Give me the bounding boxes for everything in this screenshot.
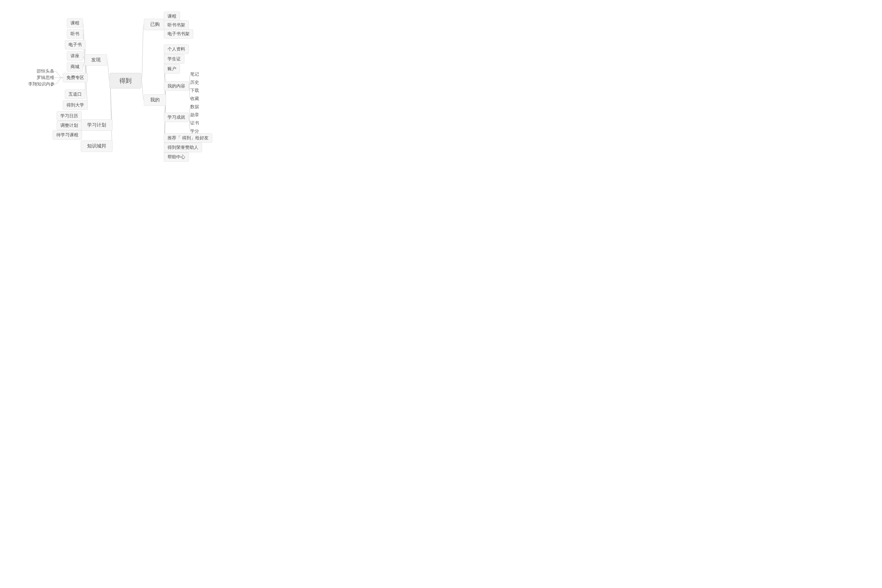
leaf-listen-left[interactable]: 听书 — [67, 29, 83, 39]
mindmap-canvas: 得到 发现 课程 听书 电子书 讲座 商城 免费专区 五道口 得到大学 邵恒头条… — [0, 0, 441, 294]
leaf-listen-shelf[interactable]: 听书书架 — [164, 20, 189, 30]
leaf-credit[interactable]: 学分 — [190, 128, 199, 135]
leaf-favorite[interactable]: 收藏 — [190, 95, 199, 102]
branch-city[interactable]: 知识城邦 — [81, 140, 112, 152]
branch-purchased[interactable]: 已购 — [144, 19, 166, 30]
leaf-pending[interactable]: 待学习课程 — [52, 130, 82, 140]
leaf-lixiang[interactable]: 李翔知识内参 — [28, 81, 55, 87]
leaf-download[interactable]: 下载 — [190, 87, 199, 94]
leaf-help[interactable]: 帮助中心 — [164, 152, 189, 162]
leaf-course-right[interactable]: 课程 — [164, 12, 180, 21]
branch-study-plan[interactable]: 学习计划 — [81, 119, 112, 131]
leaf-dedao-univ[interactable]: 得到大学 — [63, 100, 88, 110]
branch-achievement[interactable]: 学习成就 — [164, 112, 189, 122]
leaf-medal[interactable]: 勋章 — [190, 112, 199, 118]
leaf-mall-left[interactable]: 商城 — [67, 62, 83, 72]
branch-free-zone[interactable]: 免费专区 — [63, 73, 88, 82]
leaf-profile[interactable]: 个人资料 — [164, 44, 189, 54]
leaf-wudaokou[interactable]: 五道口 — [65, 90, 86, 99]
leaf-cert[interactable]: 证书 — [190, 120, 199, 126]
leaf-adjust[interactable]: 调整计划 — [57, 121, 82, 130]
leaf-history[interactable]: 历史 — [190, 79, 199, 86]
branch-mine[interactable]: 我的 — [144, 94, 166, 106]
leaf-recommend[interactable]: 推荐「 得到」给好友 — [164, 133, 212, 143]
leaf-luoji[interactable]: 罗辑思维 — [37, 74, 54, 81]
branch-discover[interactable]: 发现 — [85, 54, 107, 66]
root-node[interactable]: 得到 — [110, 73, 141, 88]
branch-my-content[interactable]: 我的内容 — [164, 81, 189, 91]
leaf-data[interactable]: 数据 — [190, 104, 199, 110]
leaf-ebook-shelf[interactable]: 电子书书架 — [164, 29, 193, 39]
leaf-calendar[interactable]: 学习日历 — [57, 111, 82, 121]
leaf-student-id[interactable]: 学生证 — [164, 54, 184, 64]
leaf-lecture-left[interactable]: 讲座 — [67, 51, 83, 61]
leaf-shaoheng[interactable]: 邵恒头条 — [37, 68, 54, 75]
leaf-sponsor[interactable]: 得到荣誉赞助人 — [164, 143, 202, 152]
leaf-account[interactable]: 账户 — [164, 64, 180, 74]
leaf-course-left[interactable]: 课程 — [67, 18, 83, 28]
leaf-ebook-left[interactable]: 电子书 — [65, 40, 86, 50]
leaf-notes[interactable]: 笔记 — [190, 71, 199, 78]
